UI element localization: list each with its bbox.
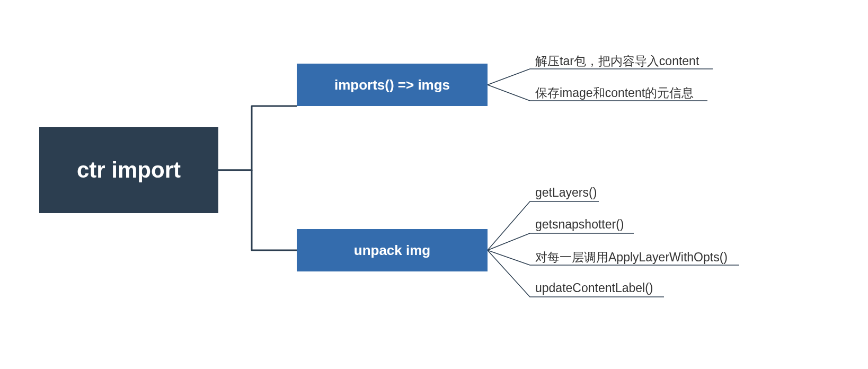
- leaf-node[interactable]: getLayers(): [535, 186, 597, 200]
- leaf-text: 解压tar包，把内容导入content: [535, 54, 699, 68]
- branch-label: unpack img: [354, 242, 430, 259]
- leaf-text: 对每一层调用ApplyLayerWithOpts(): [535, 250, 728, 264]
- leaf-node[interactable]: 保存image和content的元信息: [535, 85, 694, 101]
- leaf-node[interactable]: getsnapshotter(): [535, 217, 624, 232]
- branch-label: imports() => imgs: [334, 77, 450, 93]
- branch-node-imports[interactable]: imports() => imgs: [297, 64, 488, 106]
- leaf-text: getsnapshotter(): [535, 217, 624, 231]
- leaf-node[interactable]: updateContentLabel(): [535, 281, 653, 295]
- root-label: ctr import: [77, 157, 181, 183]
- mindmap-canvas: ctr import imports() => imgs unpack img …: [0, 0, 868, 369]
- branch-node-unpack[interactable]: unpack img: [297, 229, 488, 271]
- leaf-text: updateContentLabel(): [535, 281, 653, 295]
- leaf-node[interactable]: 解压tar包，把内容导入content: [535, 53, 699, 69]
- root-node[interactable]: ctr import: [39, 127, 218, 213]
- leaf-text: getLayers(): [535, 186, 597, 199]
- leaf-node[interactable]: 对每一层调用ApplyLayerWithOpts(): [535, 249, 728, 266]
- leaf-text: 保存image和content的元信息: [535, 86, 694, 100]
